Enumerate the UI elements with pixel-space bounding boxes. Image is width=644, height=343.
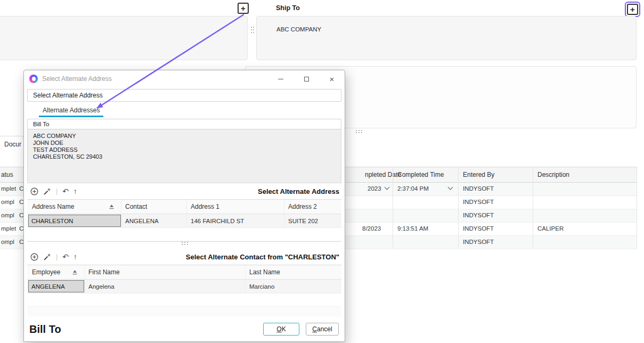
address-grid-header: Address Name Contact Address 1 Address 2 [27,200,341,214]
contact-grid-header: Employee First Name Last Name [27,265,341,280]
column-header-contact[interactable]: Contact [121,200,187,214]
maximize-icon [304,77,309,81]
minimize-button[interactable] [268,70,294,87]
description-cell: CALIPER [537,225,564,232]
minimize-icon [278,79,283,79]
maximize-button[interactable] [294,70,319,87]
empty-row[interactable] [27,228,341,241]
cancel-button[interactable]: Cancel [306,323,339,336]
address-1-cell[interactable]: 146 FAIRCHILD ST [187,214,284,227]
tab-documents[interactable]: Docur [0,136,24,152]
column-header-completed-date[interactable]: npleted Date [365,171,401,178]
sort-ascending-icon [72,270,78,275]
ship-to-panel-title: Ship To [276,4,300,12]
column-header-label: Last Name [249,268,280,276]
add-record-button[interactable] [30,253,38,261]
address-section-title: Select Alternate Address [258,187,339,195]
column-divider [533,167,533,248]
plus-circle-icon [30,253,38,261]
column-header-entered-by[interactable]: Entered By [463,171,494,178]
address-name-cell[interactable]: CHARLESTON [28,214,121,227]
add-ship-to-button[interactable]: + [627,4,638,15]
undo-button[interactable]: ↶ [62,253,69,260]
entered-by-cell: INDYSOFT [463,212,494,218]
selected-cell[interactable]: CHARLESTON [28,215,121,227]
bill-to-address-box: ABC COMPANY JOHN DOE TEST ADDRESS CHARLE… [27,129,341,183]
column-header-status[interactable]: atus [1,171,13,178]
address-row-selected[interactable]: CHARLESTON ANGELENA 146 FAIRCHILD ST SUI… [27,214,341,228]
column-header-address-2[interactable]: Address 2 [284,200,341,214]
app-logo-icon [29,75,38,83]
contact-cell[interactable]: ANGELENA [121,214,187,227]
empty-row[interactable] [27,293,341,307]
column-divider [393,167,393,248]
status-cell: mplet [1,185,16,192]
move-up-button[interactable]: ↑ [74,253,77,260]
toolbar-separator: | [56,253,58,260]
column-header-label: Contact [125,203,147,210]
ship-to-company: ABC COMPANY [276,26,321,32]
ok-label-rest: K [282,325,286,333]
column-header-last-name[interactable]: Last Name [246,265,341,279]
magic-wand-icon [43,187,51,195]
horizontal-splitter-grip[interactable] [356,130,363,134]
cell-text: ANGELENA [125,218,159,224]
completed-date-cell: 2023 [368,185,381,192]
undo-button[interactable]: ↶ [62,187,69,195]
auto-fill-button[interactable] [43,187,51,195]
alternate-address-grid: Address Name Contact Address 1 Address 2… [27,199,341,242]
close-icon: × [330,75,335,83]
column-header-label: Employee [32,268,60,276]
tab-strip: Alternate Addresses [27,104,341,118]
address-line: ABC COMPANY [33,133,341,140]
dialog-header-box: Select Alternate Address [27,89,341,102]
auto-fill-button[interactable] [43,253,51,261]
toolbar-separator: | [56,187,58,195]
contact-row-selected[interactable]: ANGELENA Angelena Marciano [27,280,341,293]
application-window: + Ship To + ABC COMPANY Docur atus nplet… [0,0,644,343]
date-dropdown-icon[interactable] [385,185,390,190]
dialog-title: Select Alternate Address [42,75,112,83]
completed-time-cell: 9:13:51 AM [397,225,428,232]
bill-to-group: Bill To ABC COMPANY JOHN DOE TEST ADDRES… [27,119,341,183]
first-name-cell[interactable]: Angelena [85,280,246,293]
contact-section-title: Select Alternate Contact from "CHARLESTO… [186,253,339,261]
move-up-button[interactable]: ↑ [74,187,77,195]
window-controls: × [268,70,345,87]
column-header-label: Address 2 [288,203,317,210]
tab-alternate-addresses[interactable]: Alternate Addresses [39,104,103,117]
column-header-completed-time[interactable]: Completed Time [397,171,444,178]
status-cell: ompl [1,212,14,218]
column-header-label: First Name [88,268,120,276]
close-button[interactable]: × [319,70,345,87]
address-2-cell[interactable]: SUITE 202 [284,214,341,227]
bill-to-footer-label: Bill To [29,323,61,336]
time-dropdown-icon[interactable] [448,185,453,190]
column-header-address-name[interactable]: Address Name [28,200,121,214]
dialog-splitter-grip[interactable] [182,242,189,246]
sort-ascending-icon [109,204,115,209]
bill-to-panel-body [0,16,248,60]
column-header-address-1[interactable]: Address 1 [187,200,284,214]
employee-cell[interactable]: ANGELENA [28,280,85,293]
bill-to-group-header: Bill To [27,119,341,129]
selected-cell[interactable]: ANGELENA [28,280,84,292]
vertical-splitter-grip[interactable] [251,27,255,34]
cell-text: Angelena [88,283,115,290]
select-alternate-address-dialog: Select Alternate Address × Select Altern… [23,70,345,342]
cell-text: 146 FAIRCHILD ST [191,218,244,224]
dialog-titlebar[interactable]: Select Alternate Address × [24,70,345,87]
column-header-first-name[interactable]: First Name [85,265,246,279]
add-record-button[interactable] [30,187,38,195]
add-address-button[interactable]: + [238,3,249,14]
ship-to-panel-body: ABC COMPANY [256,16,637,60]
column-header-description[interactable]: Description [537,171,569,178]
ok-button[interactable]: OK [263,323,299,336]
column-header-label: Address Name [32,203,74,210]
last-name-cell[interactable]: Marciano [246,280,341,293]
cell-text: SUITE 202 [288,218,318,224]
status-cell: ompl [1,239,14,245]
column-header-employee[interactable]: Employee [28,265,85,279]
address-line: JOHN DOE [33,140,341,146]
dialog-footer: Bill To OK Cancel [24,317,345,341]
